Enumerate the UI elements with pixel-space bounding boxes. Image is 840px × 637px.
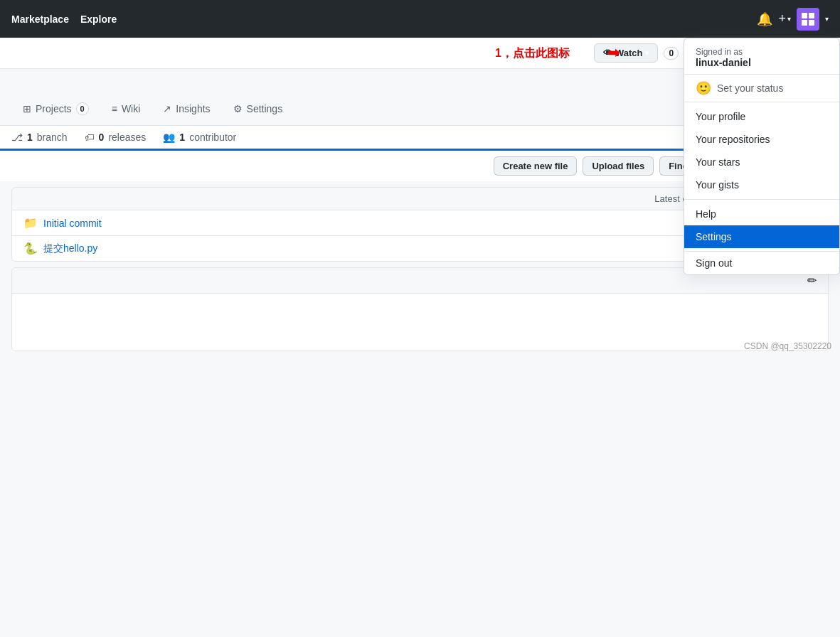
help-item[interactable]: Help (684, 203, 839, 225)
settings-label: Settings (247, 103, 283, 114)
file-icon-1: 🐍 (23, 242, 38, 255)
csdn-watermark: CSDN @qq_35302220 (744, 341, 831, 351)
navbar-right: 🔔 + ▾ ▾ (757, 8, 829, 31)
your-profile-item[interactable]: Your profile (684, 105, 839, 128)
dropdown-signout-section: Sign out (684, 252, 839, 274)
branch-icon: ⎇ (11, 132, 23, 143)
branch-stat: ⎇ 1 branch (11, 132, 68, 143)
your-gists-item[interactable]: Your gists (684, 173, 839, 196)
projects-count: 0 (76, 102, 89, 115)
avatar-caret: ▾ (825, 15, 829, 23)
releases-count: 0 (99, 132, 105, 143)
navbar: Marketplace Explore 🔔 + ▾ ▾ Signed in as… (0, 0, 840, 38)
projects-icon: ⊞ (23, 103, 31, 114)
contributors-icon: 👥 (163, 132, 175, 143)
projects-label: Projects (36, 103, 72, 114)
watch-count: 0 (664, 47, 679, 60)
sign-out-item[interactable]: Sign out (684, 252, 839, 274)
file-name-0[interactable]: Initial commit (43, 218, 757, 229)
bell-icon[interactable]: 🔔 (757, 11, 772, 27)
avatar-grid-icon (802, 13, 814, 26)
tag-icon: 🏷 (85, 132, 95, 143)
contributors-stat: 👥 1 contributor (163, 132, 236, 143)
contributors-label: contributor (189, 132, 236, 143)
readme-body (12, 294, 828, 350)
wiki-label: Wiki (122, 103, 140, 114)
dropdown-profile-section: Your profile Your repositories Your star… (684, 102, 839, 200)
your-stars-item[interactable]: Your stars (684, 151, 839, 173)
projects-tab[interactable]: ⊞ Projects 0 (11, 94, 100, 125)
set-status-item[interactable]: 🙂 Set your status (684, 75, 839, 102)
explore-link[interactable]: Explore (80, 14, 117, 25)
wiki-tab[interactable]: ≡ Wiki (100, 94, 152, 125)
insights-tab[interactable]: ↗ Insights (151, 94, 221, 125)
pencil-icon: ✏ (807, 274, 817, 287)
plus-caret: ▾ (787, 15, 791, 23)
dropdown-username: linux-daniel (696, 57, 828, 68)
settings-tab[interactable]: ⚙ Settings (222, 94, 294, 125)
smiley-icon: 🙂 (696, 80, 711, 96)
upload-files-button[interactable]: Upload files (583, 156, 654, 176)
settings-item[interactable]: Settings (684, 225, 839, 248)
branch-label: branch (37, 132, 68, 143)
insights-icon: ↗ (163, 103, 171, 114)
watch-button[interactable]: 👁 Watch ▾ (594, 43, 659, 63)
releases-stat: 🏷 0 releases (85, 132, 147, 143)
watch-label: Watch (615, 48, 643, 58)
contributors-count: 1 (179, 132, 185, 143)
edit-readme-button[interactable]: ✏ (807, 274, 817, 287)
your-repositories-item[interactable]: Your repositories (684, 128, 839, 151)
marketplace-link[interactable]: Marketplace (11, 14, 69, 25)
branch-count: 1 (27, 132, 33, 143)
releases-label: releases (108, 132, 146, 143)
create-new-file-button[interactable]: Create new file (494, 156, 578, 176)
file-icon-0: 📁 (23, 216, 38, 230)
avatar-button[interactable] (797, 8, 819, 31)
navbar-left: Marketplace Explore (11, 14, 117, 25)
plus-button[interactable]: + ▾ (778, 11, 791, 26)
file-name-1[interactable]: 提交hello.py (43, 242, 748, 255)
eye-icon: 👁 (603, 48, 612, 58)
insights-label: Insights (176, 103, 210, 114)
plus-label: + (778, 11, 786, 26)
settings-icon: ⚙ (233, 103, 243, 114)
signed-in-label: Signed in as (696, 47, 828, 57)
dropdown-header: Signed in as linux-daniel (684, 38, 839, 75)
set-status-label: Set your status (717, 82, 783, 94)
dropdown-help-section: Help Settings (684, 200, 839, 252)
readme-area: ✏ (11, 267, 829, 351)
user-dropdown-menu: Signed in as linux-daniel 🙂 Set your sta… (684, 38, 840, 275)
wiki-icon: ≡ (112, 103, 117, 114)
watch-caret: ▾ (645, 49, 649, 57)
